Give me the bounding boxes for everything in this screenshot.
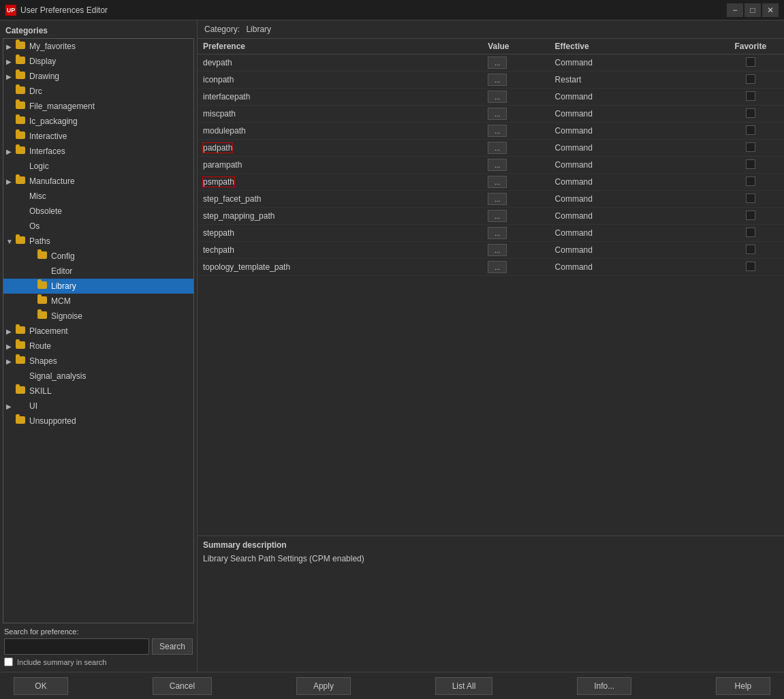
- favorite-checkbox[interactable]: [746, 91, 755, 101]
- favorite-checkbox[interactable]: [746, 245, 755, 254]
- sidebar-item-manufacture[interactable]: ▶ Manufacture: [3, 174, 193, 189]
- value-browse-button[interactable]: ...: [488, 159, 507, 171]
- value-browse-button[interactable]: ...: [488, 227, 507, 239]
- table-row[interactable]: topology_template_path...Command: [198, 259, 784, 276]
- value-browse-button[interactable]: ...: [488, 125, 507, 137]
- sidebar-item-display[interactable]: ▶ Display: [3, 54, 193, 69]
- col-value: Value: [482, 39, 549, 55]
- folder-icon: [16, 416, 27, 426]
- table-row[interactable]: miscpath...Command: [198, 106, 784, 123]
- sidebar-item-interactive[interactable]: ▶ Interactive: [3, 129, 193, 144]
- col-preference: Preference: [198, 39, 482, 55]
- categories-header: Categories: [0, 23, 197, 38]
- pref-effective-cell: Command: [550, 55, 717, 72]
- pref-effective-cell: Command: [550, 259, 717, 276]
- sidebar-item-signoise[interactable]: ▶ Signoise: [3, 309, 193, 324]
- value-browse-button[interactable]: ...: [488, 74, 507, 86]
- table-row[interactable]: padpath...Command: [198, 140, 784, 157]
- maximize-button[interactable]: □: [744, 3, 761, 17]
- arrow-icon: ▶: [6, 73, 16, 80]
- minimize-button[interactable]: −: [727, 3, 743, 17]
- favorite-checkbox[interactable]: [746, 142, 755, 152]
- table-row[interactable]: modulepath...Command: [198, 123, 784, 140]
- sidebar-item-library[interactable]: ▶ Library: [3, 279, 193, 294]
- table-row[interactable]: step_facet_path...Command: [198, 191, 784, 208]
- ok-button[interactable]: OK: [14, 677, 68, 695]
- help-button[interactable]: Help: [716, 677, 770, 695]
- value-browse-button[interactable]: ...: [488, 91, 507, 103]
- sidebar-item-misc[interactable]: ▶ Misc: [3, 189, 193, 204]
- search-section: Search for preference: Search Include su…: [0, 623, 197, 669]
- sidebar-item-unsupported[interactable]: ▶ Unsupported: [3, 414, 193, 429]
- sidebar-item-drc[interactable]: ▶ Drc: [3, 84, 193, 99]
- sidebar-item-file-management[interactable]: ▶ File_management: [3, 99, 193, 114]
- sidebar-item-favorites[interactable]: ▶ My_favorites: [3, 39, 193, 54]
- info-button[interactable]: Info...: [577, 677, 631, 695]
- favorite-checkbox[interactable]: [746, 211, 755, 220]
- favorite-checkbox[interactable]: [746, 228, 755, 237]
- sidebar-item-lc-packaging[interactable]: ▶ Ic_packaging: [3, 114, 193, 129]
- sidebar-item-placement[interactable]: ▶ Placement: [3, 324, 193, 339]
- value-browse-button[interactable]: ...: [488, 193, 507, 205]
- apply-button[interactable]: Apply: [296, 677, 351, 695]
- pref-name: miscpath: [203, 109, 236, 119]
- include-summary-checkbox[interactable]: [4, 657, 13, 666]
- preference-table: Preference Value Effective Favorite devp…: [198, 39, 784, 276]
- sidebar-item-editor[interactable]: ▶ Editor: [3, 264, 193, 279]
- value-browse-button[interactable]: ...: [488, 176, 507, 188]
- list-all-button[interactable]: List All: [435, 677, 493, 695]
- table-row[interactable]: parampath...Command: [198, 157, 784, 174]
- preference-scroll[interactable]: Preference Value Effective Favorite devp…: [198, 39, 784, 535]
- sidebar-item-label: Signal_analysis: [29, 371, 86, 381]
- favorite-checkbox[interactable]: [746, 193, 755, 203]
- sidebar-item-drawing[interactable]: ▶ Drawing: [3, 69, 193, 84]
- category-header: Category: Library: [198, 20, 784, 39]
- table-row[interactable]: step_mapping_path...Command: [198, 208, 784, 225]
- sidebar-item-label: Display: [29, 57, 56, 66]
- pref-favorite-cell: [717, 208, 784, 225]
- sidebar-item-config[interactable]: ▶ Config: [3, 249, 193, 264]
- sidebar-item-interfaces[interactable]: ▶ Interfaces: [3, 144, 193, 159]
- sidebar-item-skill[interactable]: ▶ SKILL: [3, 384, 193, 399]
- value-browse-button[interactable]: ...: [488, 57, 507, 69]
- sidebar-item-shapes[interactable]: ▶ Shapes: [3, 354, 193, 369]
- sidebar-item-route[interactable]: ▶ Route: [3, 339, 193, 354]
- sidebar-item-logic[interactable]: ▶ Logic: [3, 159, 193, 174]
- tree-container[interactable]: ▶ My_favorites ▶ Display ▶ Drawing: [3, 38, 194, 623]
- value-browse-button[interactable]: ...: [488, 142, 507, 154]
- close-button[interactable]: ✕: [762, 3, 779, 17]
- folder-icon: [16, 326, 27, 336]
- table-row[interactable]: devpath...Command: [198, 55, 784, 72]
- value-browse-button[interactable]: ...: [488, 108, 507, 120]
- favorite-checkbox[interactable]: [746, 262, 755, 271]
- sidebar-item-os[interactable]: ▶ Os: [3, 219, 193, 234]
- search-button[interactable]: Search: [152, 638, 193, 655]
- favorite-checkbox[interactable]: [746, 125, 755, 135]
- table-row[interactable]: iconpath...Restart: [198, 72, 784, 89]
- sidebar-item-ui[interactable]: ▶ UI: [3, 399, 193, 414]
- favorite-checkbox[interactable]: [746, 74, 755, 84]
- window-controls: − □ ✕: [727, 3, 779, 17]
- table-row[interactable]: psmpath...Command: [198, 174, 784, 191]
- sidebar-item-mcm[interactable]: ▶ MCM: [3, 294, 193, 309]
- favorite-checkbox[interactable]: [746, 108, 755, 118]
- content-area: Categories ▶ My_favorites ▶ Display ▶: [0, 20, 784, 672]
- favorite-checkbox[interactable]: [746, 159, 755, 169]
- table-row[interactable]: steppath...Command: [198, 225, 784, 242]
- favorite-checkbox[interactable]: [746, 57, 755, 67]
- pref-value-cell: ...: [482, 225, 549, 242]
- sidebar-item-label: Shapes: [29, 356, 57, 366]
- favorite-checkbox[interactable]: [746, 176, 755, 186]
- table-row[interactable]: interfacepath...Command: [198, 89, 784, 106]
- sidebar-item-paths[interactable]: ▼ Paths: [3, 234, 193, 249]
- value-browse-button[interactable]: ...: [488, 210, 507, 222]
- sidebar-item-label: Interfaces: [29, 146, 65, 156]
- sidebar-item-signal-analysis[interactable]: ▶ Signal_analysis: [3, 369, 193, 384]
- sidebar-item-label: SKILL: [29, 386, 52, 396]
- value-browse-button[interactable]: ...: [488, 244, 507, 256]
- table-row[interactable]: techpath...Command: [198, 242, 784, 259]
- cancel-button[interactable]: Cancel: [153, 677, 212, 695]
- sidebar-item-obsolete[interactable]: ▶ Obsolete: [3, 204, 193, 219]
- search-input[interactable]: [4, 638, 149, 655]
- value-browse-button[interactable]: ...: [488, 261, 507, 273]
